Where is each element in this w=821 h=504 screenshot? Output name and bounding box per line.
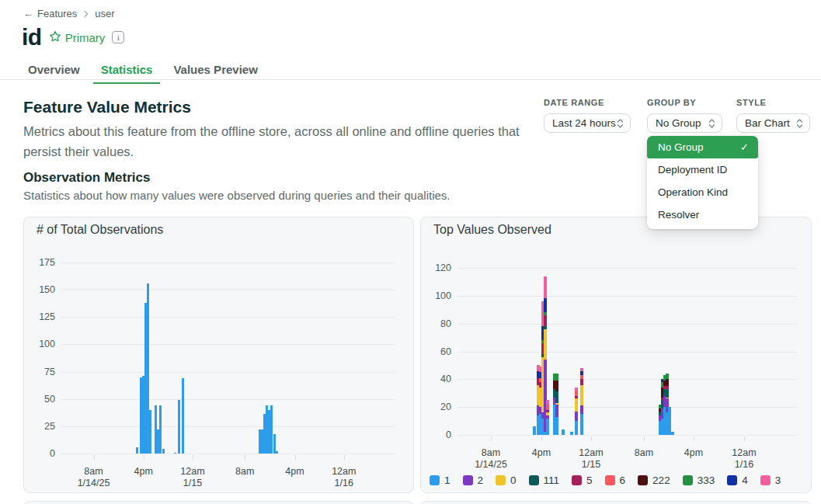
observations-chart-card: # of Total Observations 0255075100125150… [23, 217, 414, 493]
x-tick-mark [193, 455, 193, 460]
stacked-bar-segment [575, 398, 578, 411]
legend-label: 5 [586, 474, 593, 486]
y-axis-label: 80 [423, 318, 451, 330]
legend-swatch-icon [727, 475, 737, 485]
date-range-value: Last 24 hours [552, 117, 616, 129]
y-axis-label: 150 [27, 283, 55, 296]
stacked-bar-segment [544, 298, 547, 312]
y-axis-label: 0 [423, 429, 451, 441]
x-tick-mark [694, 436, 694, 441]
tab-overview[interactable]: Overview [20, 63, 88, 84]
legend-swatch-icon [605, 475, 615, 485]
style-select[interactable]: Bar Chart [736, 113, 810, 133]
gridline [457, 296, 797, 297]
check-icon: ✓ [740, 141, 749, 153]
y-axis-label: 0 [27, 447, 55, 460]
x-tick-mark [94, 455, 95, 460]
back-arrow-icon: ← [23, 8, 33, 19]
legend-swatch-icon [683, 475, 693, 485]
style-label: STYLE [736, 98, 810, 107]
stacked-bar-segment [546, 405, 549, 410]
x-tick-mark [245, 455, 245, 460]
gridline [61, 317, 395, 318]
stacked-bar-segment [580, 379, 583, 384]
style-value: Bar Chart [745, 117, 790, 129]
breadcrumb-back-link[interactable]: ← Features [23, 8, 77, 19]
tab-values-preview[interactable]: Values Preview [165, 63, 265, 84]
primary-badge: Primary [49, 30, 106, 45]
stacked-bar-segment [666, 398, 669, 399]
group-by-menu: No Group ✓ Deployment ID Operation Kind … [647, 136, 758, 229]
stacked-bar-segment [666, 389, 669, 398]
x-tick-mark [344, 455, 345, 460]
legend-item: 3 [760, 474, 781, 486]
legend-label: 3 [775, 474, 781, 486]
legend-swatch-icon [430, 475, 440, 485]
stacked-bar-segment [666, 374, 669, 379]
breadcrumb-current[interactable]: user [95, 8, 114, 19]
stacked-bar-segment [575, 396, 578, 399]
next-card-sliver-right [420, 501, 812, 504]
stacked-bar-segment [546, 410, 549, 413]
stacked-bar-segment [575, 391, 578, 396]
section-description: Metrics about this feature from the offl… [23, 122, 536, 162]
legend-item: 2 [463, 474, 484, 486]
tab-statistics[interactable]: Statistics [93, 63, 161, 84]
stacked-bar-segment [555, 391, 558, 402]
bar [174, 453, 176, 454]
menu-item-operation-kind[interactable]: Operation Kind [647, 181, 758, 203]
top-values-chart-plot: 0204060801001208am1/14/254pm12am1/158am4… [457, 268, 797, 435]
stacked-bar-segment [544, 276, 547, 299]
legend-item: 4 [727, 474, 748, 486]
x-tick-mark [541, 436, 542, 441]
menu-item-no-group[interactable]: No Group ✓ [647, 136, 758, 158]
info-icon[interactable]: i [112, 31, 124, 43]
legend-item: 0 [496, 474, 517, 486]
x-tick-mark [644, 436, 645, 441]
subsection-heading: Observation Metrics [23, 170, 150, 186]
stacked-bar-segment [546, 415, 549, 419]
stacked-bar-segment [580, 385, 583, 406]
stacked-bar-segment [555, 403, 558, 405]
page-title: id [22, 24, 42, 50]
legend-item: 111 [529, 474, 560, 486]
date-range-control: DATE RANGE Last 24 hours [544, 98, 631, 133]
primary-badge-label: Primary [65, 31, 106, 44]
gridline [457, 268, 797, 269]
y-axis-label: 40 [423, 373, 451, 385]
y-axis-label: 175 [27, 256, 55, 269]
style-control: STYLE Bar Chart [736, 98, 810, 133]
observations-chart-title: # of Total Observations [37, 223, 163, 237]
legend-label: 4 [742, 474, 748, 486]
stacked-bar-segment [668, 407, 671, 435]
top-values-chart-card: Top Values Observed 0204060801001208am1/… [420, 217, 812, 493]
y-axis-label: 25 [27, 420, 55, 433]
stacked-bar-segment [575, 388, 578, 391]
select-chevrons-icon [796, 118, 803, 129]
section-heading: Feature Value Metrics [23, 98, 191, 116]
menu-item-resolver[interactable]: Resolver [647, 203, 758, 226]
date-range-select[interactable]: Last 24 hours [544, 113, 631, 133]
legend-label: 0 [510, 474, 517, 486]
gridline [61, 262, 395, 263]
bar [178, 400, 180, 454]
stacked-bar-segment [580, 375, 583, 379]
legend-swatch-icon [760, 475, 771, 485]
bar [162, 449, 165, 454]
y-axis-label: 100 [423, 290, 451, 302]
stacked-bar-segment [544, 315, 547, 326]
stacked-bar-segment [555, 374, 558, 381]
stacked-bar-segment [555, 381, 558, 391]
next-card-sliver-left [23, 501, 414, 504]
legend-label: 1 [444, 474, 451, 486]
group-by-value: No Group [656, 117, 701, 129]
gridline [457, 407, 797, 408]
gridline [61, 372, 395, 373]
menu-item-deployment-id[interactable]: Deployment ID [647, 158, 758, 181]
legend-label: 111 [544, 474, 560, 486]
subsection-description: Statistics about how many values were ob… [23, 189, 450, 202]
group-by-select[interactable]: No Group [647, 113, 722, 133]
stacked-bar-segment [666, 386, 669, 389]
gridline [457, 435, 797, 436]
gridline [61, 344, 395, 345]
